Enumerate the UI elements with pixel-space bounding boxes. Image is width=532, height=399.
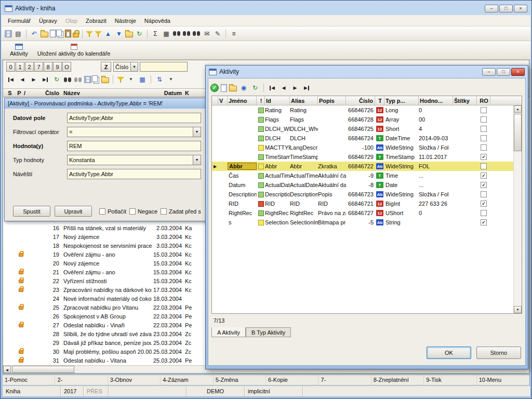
paste-icon[interactable] [65, 30, 71, 37]
column-header[interactable]: K [182, 90, 203, 96]
scroll-up-icon[interactable]: ▲ [514, 105, 522, 113]
vertical-scrollbar[interactable]: ▲ ▼ [513, 105, 522, 313]
field-row[interactable]: ▶ + Rating Rating 66846726 12 [212, 105, 522, 115]
field-row[interactable]: ▶ + DLCH DLCH 66846724 T [212, 134, 522, 143]
filter-menu-icon[interactable] [117, 76, 124, 83]
field-input[interactable]: ActivityType;Abbr ▼ [67, 113, 201, 123]
find-icon[interactable] [172, 31, 181, 36]
copy-icon[interactable] [56, 30, 62, 36]
filter-tab-2[interactable]: 2 [25, 62, 34, 72]
scrollbar-thumb[interactable] [514, 114, 522, 151]
fkey-10[interactable]: 10-Menu [477, 375, 529, 385]
menu-icon[interactable]: ≡ [229, 29, 238, 38]
filter-dropdown-icon[interactable]: ▼ [126, 75, 136, 84]
filter-tab-8[interactable]: 8 [44, 62, 52, 72]
minimize-button[interactable]: – [482, 68, 496, 76]
z-button[interactable]: Z [101, 62, 111, 72]
column-header[interactable]: RO [477, 96, 490, 105]
readonly-checkbox[interactable]: ✓ [481, 144, 487, 151]
nav-last-icon[interactable]: ▶ [41, 75, 50, 84]
filter-tab-7[interactable]: 7 [34, 62, 43, 72]
readonly-checkbox[interactable]: ✓ [481, 116, 487, 123]
fkey-6[interactable]: 6-Kopie [266, 375, 318, 385]
column-header[interactable]: Číslo [346, 96, 375, 105]
open-icon[interactable] [229, 86, 237, 91]
cancel-button[interactable]: Storno [476, 347, 521, 359]
name-cell[interactable]: RID [228, 201, 257, 207]
sort-desc-icon[interactable]: ▼ [114, 29, 124, 38]
scroll-down-icon[interactable]: ▼ [514, 306, 522, 313]
checkbox-icon[interactable] [129, 208, 136, 215]
menu-napoveda[interactable]: Nápověda [140, 16, 175, 25]
column-header[interactable]: Typ p... [384, 96, 419, 105]
readonly-checkbox[interactable]: ✓ [481, 135, 487, 141]
readonly-checkbox[interactable]: ✓ [481, 182, 487, 188]
sort-icon[interactable]: ⇅ [155, 75, 164, 84]
find-repeat-icon[interactable] [74, 77, 82, 83]
new-icon[interactable] [221, 84, 227, 92]
close-button[interactable]: × [511, 68, 525, 76]
field-row[interactable]: ▶ + Description Description Description … [212, 190, 522, 199]
name-cell[interactable]: Abbr [228, 163, 257, 170]
negate-checkbox[interactable]: Negace [129, 208, 157, 215]
readonly-checkbox[interactable]: ✓ [481, 201, 487, 207]
column-header[interactable]: / [24, 90, 31, 96]
ok-button[interactable]: OK [427, 347, 471, 359]
fkey-7[interactable]: 7- [318, 375, 371, 385]
name-cell[interactable]: Čas [228, 172, 257, 179]
maximize-button[interactable]: □ [499, 5, 513, 12]
menu-zobrazit[interactable]: Zobrazit [82, 16, 111, 25]
ask-before-checkbox[interactable]: Zadat před s [161, 208, 201, 215]
column-header[interactable]: Hodno... [419, 96, 453, 105]
name-cell[interactable]: Description [228, 191, 257, 197]
column-header[interactable]: Alias [290, 96, 318, 105]
nav-prev-icon[interactable]: ◀ [279, 83, 288, 92]
save-icon[interactable] [5, 30, 12, 37]
filter-add-icon[interactable] [95, 30, 102, 37]
close-button[interactable]: × [514, 5, 527, 12]
scroll-left-icon[interactable]: ◀ [3, 366, 11, 373]
field-input[interactable]: Konstanta ▼ [67, 155, 201, 165]
search-field-combo[interactable]: Číslo ▼ [113, 62, 138, 72]
chevron-down-icon[interactable]: ▼ [193, 127, 201, 137]
readonly-checkbox[interactable]: ✓ [481, 191, 487, 197]
tab-b-typ-aktivity[interactable]: B Typ Aktivity [246, 327, 291, 337]
nav-first-icon[interactable]: ◀ [6, 75, 16, 84]
sort-menu-icon[interactable]: ▼ [166, 75, 176, 84]
suppress-checkbox[interactable]: Potlačit [99, 208, 126, 215]
filter-tab-0[interactable]: 0 [6, 62, 15, 72]
filter-icon[interactable] [86, 30, 93, 37]
filter-tab-1[interactable]: 1 [16, 62, 24, 72]
fkey-9[interactable]: 9-Tisk [424, 375, 476, 385]
nav-next-icon[interactable]: ▶ [290, 83, 300, 92]
save-record-icon[interactable] [84, 76, 91, 83]
main-titlebar[interactable]: Aktivity - kniha – □ × [2, 2, 530, 15]
edit-button[interactable]: Upravit [55, 206, 92, 217]
sort-asc-icon[interactable]: ▲ [103, 29, 113, 38]
fkey-1[interactable]: 1-Pomoc [3, 375, 55, 385]
field-row[interactable]: ▶ + Datum ActualDate ActualDate( Aktuáln… [212, 180, 522, 190]
run-button[interactable]: Spustit [13, 206, 50, 217]
fkey-4[interactable]: 4-Záznam [161, 375, 213, 385]
edit-icon[interactable]: ✎ [213, 29, 222, 38]
column-header[interactable]: S [5, 90, 15, 96]
filter-tab-9[interactable]: 9 [53, 62, 62, 72]
minimize-button[interactable]: – [485, 5, 498, 12]
view-menu-icon[interactable]: ▦ [138, 75, 147, 84]
column-header[interactable]: Id [265, 96, 290, 105]
menu-upravy[interactable]: Úpravy [35, 16, 61, 25]
field-input[interactable]: REM ▼ [67, 141, 201, 151]
grid-icon[interactable]: ▦ [162, 29, 171, 38]
name-cell[interactable]: RightRec [228, 210, 257, 216]
save-to-calendar-button[interactable]: Uložení aktivity do kalendáře [33, 42, 115, 59]
folder-menu-icon[interactable] [101, 77, 109, 83]
readonly-checkbox[interactable]: ✓ [481, 219, 487, 225]
nav-first-icon[interactable]: ◀ [268, 83, 277, 92]
chevron-down-icon[interactable]: ▼ [193, 155, 201, 165]
nav-last-icon[interactable]: ▶ [302, 83, 311, 92]
column-header[interactable]: Název [60, 90, 152, 96]
nav-prev-icon[interactable]: ◀ [18, 75, 27, 84]
horizontal-scrollbar[interactable]: ◀ [3, 365, 205, 373]
tags-icon[interactable]: ◉ [239, 83, 248, 92]
scrollbar-thumb[interactable] [12, 366, 74, 373]
